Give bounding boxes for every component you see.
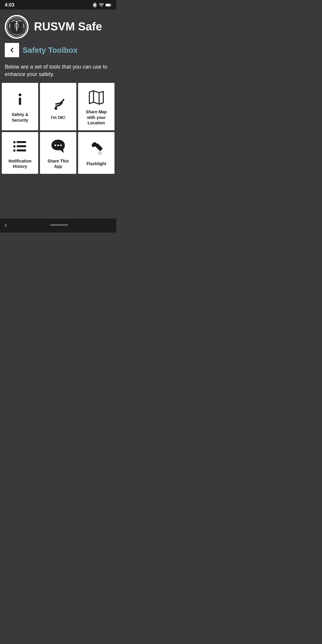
- svg-point-16: [55, 107, 57, 110]
- map-icon: [88, 89, 105, 106]
- battery-icon: [106, 3, 112, 7]
- svg-rect-3: [96, 4, 97, 6]
- app-logo: ROSS UNIVERSITY SCHOOL OF VETERINARY MED…: [5, 15, 29, 39]
- im-ok-button[interactable]: I'm OK!: [40, 83, 76, 130]
- app-title: RUSVM Safe: [34, 21, 102, 33]
- status-icons: [92, 3, 112, 7]
- safety-security-button[interactable]: Safety &Security: [2, 83, 38, 130]
- im-ok-label: I'm OK!: [51, 115, 65, 120]
- back-button[interactable]: [5, 43, 19, 57]
- svg-point-19: [13, 141, 16, 143]
- flashlight-button[interactable]: Flashlight: [78, 132, 114, 174]
- share-app-button[interactable]: Share This App: [40, 132, 76, 174]
- svg-rect-20: [17, 141, 26, 143]
- svg-rect-24: [17, 149, 26, 151]
- app-header: ROSS UNIVERSITY SCHOOL OF VETERINARY MED…: [0, 10, 116, 42]
- svg-point-21: [13, 145, 16, 147]
- status-time: 4:03: [5, 2, 14, 8]
- wifi-icon: [99, 3, 104, 7]
- back-chevron[interactable]: ‹: [5, 222, 7, 228]
- svg-rect-1: [94, 4, 95, 6]
- share-app-label: Share This App: [43, 158, 73, 169]
- flashlight-icon: [88, 141, 105, 157]
- svg-point-4: [101, 6, 102, 7]
- notification-history-label: Notification History: [5, 158, 35, 169]
- svg-rect-6: [106, 4, 110, 6]
- svg-point-26: [57, 144, 59, 146]
- svg-rect-22: [17, 145, 26, 147]
- share-map-label: Share Map with your Location: [81, 109, 112, 126]
- svg-point-31: [99, 152, 101, 154]
- svg-rect-7: [111, 4, 111, 6]
- list-icon: [12, 138, 28, 155]
- svg-text:ROSS UNIVERSITY: ROSS UNIVERSITY: [9, 18, 24, 19]
- svg-point-27: [60, 144, 62, 146]
- home-indicator[interactable]: [50, 224, 68, 226]
- bottom-nav: ‹: [0, 219, 116, 233]
- info-icon: [12, 92, 28, 108]
- section-title: Safety Toolbox: [23, 46, 78, 55]
- svg-rect-2: [93, 4, 93, 6]
- back-bar: Safety Toolbox: [0, 42, 116, 60]
- description-text: Below are a set of tools that you can us…: [0, 60, 116, 83]
- flashlight-label: Flashlight: [86, 161, 106, 166]
- svg-point-25: [55, 144, 56, 146]
- svg-point-23: [13, 149, 16, 151]
- chat-icon: [50, 138, 66, 155]
- status-bar: 4:03: [0, 0, 116, 10]
- notification-history-button[interactable]: Notification History: [2, 132, 38, 174]
- share-map-button[interactable]: Share Map with your Location: [78, 83, 114, 130]
- tools-grid: Safety &Security I'm OK! Share Map with …: [0, 83, 116, 174]
- safety-security-label: Safety &Security: [12, 112, 28, 123]
- vibrate-icon: [92, 3, 97, 7]
- signal-icon: [50, 95, 66, 111]
- content-spacer: [0, 174, 116, 219]
- svg-rect-15: [19, 98, 21, 105]
- svg-point-14: [18, 94, 21, 96]
- svg-text:SCHOOL OF VETERINARY MEDICINE: SCHOOL OF VETERINARY MEDICINE: [7, 34, 27, 35]
